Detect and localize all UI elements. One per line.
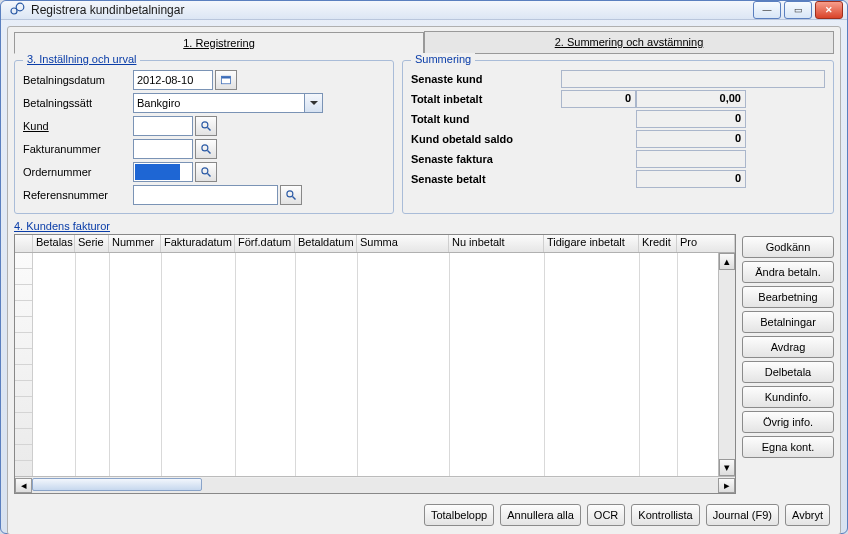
kundinfo-button[interactable]: Kundinfo. (742, 386, 834, 408)
egna-kont-button[interactable]: Egna kont. (742, 436, 834, 458)
fieldset-installning: 3. Inställning och urval Betalningsdatum… (14, 60, 394, 214)
label-kund: Kund (23, 120, 133, 132)
lookup-referens-button[interactable] (280, 185, 302, 205)
tab-summering[interactable]: 2. Summering och avstämning (424, 31, 834, 53)
betalningar-button[interactable]: Betalningar (742, 311, 834, 333)
label-betalningsdatum: Betalningsdatum (23, 74, 133, 86)
close-button[interactable]: ✕ (815, 1, 843, 19)
godkann-button[interactable]: Godkänn (742, 236, 834, 258)
svg-point-1 (16, 3, 24, 11)
input-betalningssatt[interactable] (133, 93, 305, 113)
col-kredit[interactable]: Kredit (639, 235, 677, 252)
label-referensnummer: Referensnummer (23, 189, 133, 201)
legend-summering: Summering (411, 53, 475, 65)
scroll-down-icon[interactable]: ▾ (719, 459, 735, 476)
tab-registrering[interactable]: 1. Registrering (14, 32, 424, 54)
app-icon (9, 2, 25, 18)
tab-registrering-label: 1. Registrering (183, 37, 255, 49)
col-rownum (15, 235, 33, 252)
scroll-up-icon[interactable]: ▴ (719, 253, 735, 270)
avdrag-button[interactable]: Avdrag (742, 336, 834, 358)
avbryt-button[interactable]: Avbryt (785, 504, 830, 526)
lookup-order-button[interactable] (195, 162, 217, 182)
scroll-thumb[interactable] (32, 478, 202, 491)
combo-betalningssatt[interactable] (133, 93, 323, 113)
label-betalningssatt: Betalningssätt (23, 97, 133, 109)
totalbelopp-button[interactable]: Totalbelopp (424, 504, 494, 526)
svg-line-5 (208, 128, 211, 131)
ovrig-info-button[interactable]: Övrig info. (742, 411, 834, 433)
bottom-bar: Totalbelopp Annullera alla OCR Kontrolli… (14, 494, 834, 528)
svg-line-7 (208, 151, 211, 154)
input-kund[interactable] (133, 116, 193, 136)
ocr-button[interactable]: OCR (587, 504, 625, 526)
svg-point-6 (202, 145, 208, 151)
input-ordernummer[interactable] (133, 162, 193, 182)
scroll-left-icon[interactable]: ◂ (15, 478, 32, 493)
value-totalt-inbetalt-count: 0 (561, 90, 636, 108)
maximize-button[interactable]: ▭ (784, 1, 812, 19)
input-fakturanummer[interactable] (133, 139, 193, 159)
selection-highlight (135, 164, 180, 180)
annullera-alla-button[interactable]: Annullera alla (500, 504, 581, 526)
svg-point-8 (202, 168, 208, 174)
client-area: 1. Registrering 2. Summering och avstämn… (7, 26, 841, 534)
label-fakturanummer: Fakturanummer (23, 143, 133, 155)
col-summa[interactable]: Summa (357, 235, 449, 252)
col-serie[interactable]: Serie (75, 235, 109, 252)
grid-body[interactable] (15, 253, 718, 476)
label-ordernummer: Ordernummer (23, 166, 133, 178)
col-nummer[interactable]: Nummer (109, 235, 161, 252)
col-betaldatum[interactable]: Betaldatum (295, 235, 357, 252)
col-betalas[interactable]: Betalas (33, 235, 75, 252)
svg-point-10 (287, 191, 293, 197)
row-headers (15, 253, 33, 476)
legend-kundens-fakturor: 4. Kundens fakturor (14, 220, 834, 232)
grid-header: Betalas Serie Nummer Fakturadatum Förf.d… (15, 235, 735, 253)
label-totalt-kund: Totalt kund (411, 113, 561, 125)
label-kund-obetald: Kund obetald saldo (411, 133, 561, 145)
value-senaste-kund (561, 70, 825, 88)
label-senaste-faktura: Senaste faktura (411, 153, 561, 165)
col-fakturadatum[interactable]: Fakturadatum (161, 235, 235, 252)
label-senaste-betalt: Senaste betalt (411, 173, 561, 185)
col-forfdatum[interactable]: Förf.datum (235, 235, 295, 252)
minimize-button[interactable]: — (753, 1, 781, 19)
svg-line-9 (208, 174, 211, 177)
invoice-grid[interactable]: Betalas Serie Nummer Fakturadatum Förf.d… (14, 234, 736, 494)
legend-installning: 3. Inställning och urval (23, 53, 140, 65)
grid-area: Betalas Serie Nummer Fakturadatum Förf.d… (14, 234, 834, 494)
chevron-down-icon[interactable] (305, 93, 323, 113)
search-icon (200, 143, 212, 155)
lookup-faktura-button[interactable] (195, 139, 217, 159)
input-betalningsdatum[interactable] (133, 70, 213, 90)
bearbetning-button[interactable]: Bearbetning (742, 286, 834, 308)
app-window: Registrera kundinbetalningar — ▭ ✕ 1. Re… (0, 0, 848, 534)
lookup-kund-button[interactable] (195, 116, 217, 136)
value-senaste-betalt: 0 (636, 170, 746, 188)
value-kund-obetald: 0 (636, 130, 746, 148)
svg-point-4 (202, 122, 208, 128)
side-buttons: Godkänn Ändra betaln. Bearbetning Betaln… (742, 234, 834, 494)
value-senaste-faktura (636, 150, 746, 168)
datepicker-button[interactable] (215, 70, 237, 90)
kontrollista-button[interactable]: Kontrollista (631, 504, 699, 526)
value-totalt-inbetalt-amount: 0,00 (636, 90, 746, 108)
grid-vscroll[interactable]: ▴ ▾ (718, 253, 735, 476)
col-tidigare-inbetalt[interactable]: Tidigare inbetalt (544, 235, 639, 252)
col-nu-inbetalt[interactable]: Nu inbetalt (449, 235, 544, 252)
window-title: Registrera kundinbetalningar (31, 3, 753, 17)
delbetala-button[interactable]: Delbetala (742, 361, 834, 383)
input-referensnummer[interactable] (133, 185, 278, 205)
scroll-right-icon[interactable]: ▸ (718, 478, 735, 493)
tabs: 1. Registrering 2. Summering och avstämn… (14, 31, 834, 54)
search-icon (285, 189, 297, 201)
grid-hscroll[interactable]: ◂ ▸ (15, 476, 735, 493)
label-totalt-inbetalt: Totalt inbetalt (411, 93, 561, 105)
label-senaste-kund: Senaste kund (411, 73, 561, 85)
col-pro[interactable]: Pro (677, 235, 735, 252)
andra-betaln-button[interactable]: Ändra betaln. (742, 261, 834, 283)
tab-summering-label: 2. Summering och avstämning (555, 36, 704, 48)
journal-button[interactable]: Journal (F9) (706, 504, 779, 526)
search-icon (200, 120, 212, 132)
